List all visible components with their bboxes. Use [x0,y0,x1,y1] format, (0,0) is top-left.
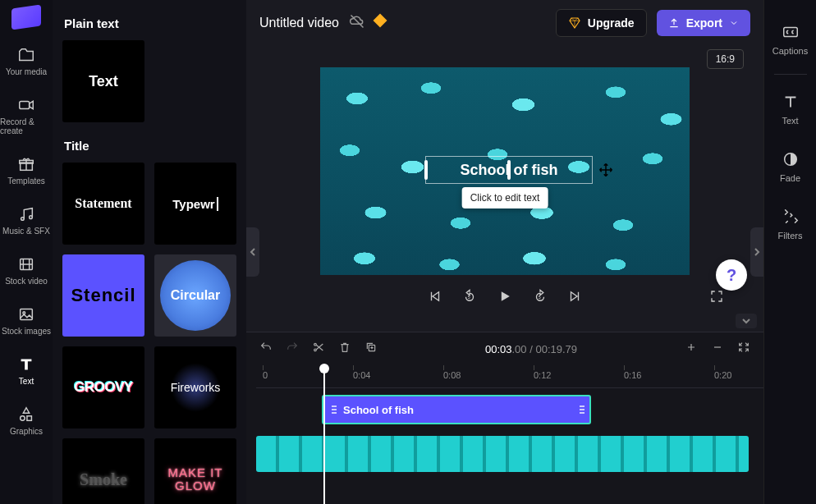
help-button[interactable]: ? [716,259,747,291]
svg-point-8 [21,416,25,420]
collapse-library-button[interactable] [246,227,259,277]
ruler-tick: 0:20 [714,370,731,380]
nav-stock-video[interactable]: Stock video [0,247,53,294]
nav-record-create[interactable]: Record & create [0,88,53,144]
zoom-out-button[interactable] [711,341,724,357]
clip-label: School of fish [343,404,414,416]
thumb-statement[interactable]: Statement [62,163,144,245]
aspect-ratio-button[interactable]: 16:9 [707,49,744,69]
nav-your-media[interactable]: Your media [0,38,53,85]
fullscreen-button[interactable] [709,289,724,307]
timeline-ruler[interactable]: 0 0:04 0:08 0:12 0:16 0:20 [256,365,763,388]
split-button[interactable] [312,341,325,357]
film-icon [17,255,35,273]
delete-button[interactable] [338,341,351,357]
text-icon [782,93,800,111]
thumb-circular[interactable]: Circular [154,254,236,337]
ruler-tick: 0:04 [353,370,370,380]
nav-templates[interactable]: Templates [0,147,53,194]
svg-rect-6 [21,309,33,320]
timeline: 00:03.00 / 00:19.79 0 0:04 0:08 0:12 0:1… [246,332,763,504]
resize-handle-right[interactable] [507,160,511,180]
nav-text[interactable]: Text [0,347,53,394]
text-icon [17,355,35,373]
nav-music-sfx[interactable]: Music & SFX [0,197,53,244]
timeline-timecode: 00:03.00 / 00:19.79 [392,343,670,355]
svg-text:5: 5 [468,295,470,300]
chevron-down-icon [729,18,739,28]
duplicate-button[interactable] [364,341,378,357]
thumb-groovy[interactable]: GROOVY [62,346,144,428]
move-handle[interactable] [597,161,615,179]
nav-label: Templates [7,176,45,186]
nav-label: Music & SFX [2,227,50,236]
redo-button[interactable] [286,341,299,357]
svg-point-3 [21,218,25,221]
nav-label: Record & create [0,117,53,135]
nav-label: Your media [6,67,47,76]
folder-icon [17,46,35,64]
music-icon [17,205,35,223]
text-clip[interactable]: School of fish [322,395,591,424]
text-overlay-selection[interactable]: School of fish [425,156,593,184]
upgrade-button[interactable]: Upgrade [556,9,647,37]
svg-point-13 [314,349,317,351]
diamond-icon [568,16,581,30]
skip-start-button[interactable] [428,289,442,307]
upload-icon [668,17,680,29]
playhead[interactable] [323,365,325,504]
svg-point-12 [314,343,317,346]
clip-handle-left[interactable] [332,405,337,414]
nav-label: Stock video [5,277,48,286]
ruler-tick: 0 [263,370,268,380]
nav-label: Stock images [2,327,51,336]
play-button[interactable] [497,288,513,308]
video-canvas[interactable]: School of fish Click to edit text [320,67,690,275]
nav-label: Graphics [10,427,43,436]
fit-timeline-button[interactable] [737,341,750,357]
svg-point-4 [30,216,33,219]
edit-text-tooltip: Click to edit text [462,187,548,208]
app-logo [11,4,41,30]
rpanel-captions[interactable]: Captions [764,13,817,66]
video-clip[interactable] [256,436,749,472]
thumb-smoke[interactable]: Smoke [62,438,144,504]
export-button[interactable]: Export [657,10,750,36]
cloud-sync-off-icon[interactable] [349,13,365,33]
playback-controls: 5 5 [266,275,744,316]
resize-handle-left[interactable] [424,160,428,180]
video-track [256,436,754,469]
forward-5-button[interactable]: 5 [533,289,548,307]
skip-end-button[interactable] [567,289,582,307]
rpanel-fade[interactable]: Fade [764,140,817,193]
ruler-tick: 0:12 [534,370,551,380]
undo-button[interactable] [259,341,273,357]
thumb-plain-text[interactable]: Text [62,40,144,122]
section-title-title: Title [64,139,235,153]
image-icon [17,305,35,323]
thumb-stencil[interactable]: Stencil [62,254,144,337]
premium-diamond-icon [373,14,387,28]
ruler-tick: 0:16 [624,370,641,380]
thumb-fireworks[interactable]: Fireworks [154,346,236,428]
camera-icon [17,96,35,114]
left-nav: Your media Record & create Templates Mus… [0,0,53,504]
rpanel-text[interactable]: Text [764,83,817,135]
shapes-icon [17,405,35,424]
nav-stock-images[interactable]: Stock images [0,297,53,344]
collapse-preview-button[interactable] [736,314,757,328]
rpanel-filters[interactable]: Filters [764,198,817,250]
thumb-make-it-glow[interactable]: MAKE IT GLOW [154,438,236,504]
clip-handle-right[interactable] [580,405,584,414]
library-panel: Plain text Text Title Statement Typewr S… [53,0,246,504]
gift-icon [17,155,35,173]
fade-icon [782,150,800,168]
collapse-properties-button[interactable] [750,227,763,277]
thumb-typewriter[interactable]: Typewr [154,163,236,245]
ruler-tick: 0:08 [443,370,461,380]
project-title[interactable]: Untitled video [259,16,339,30]
nav-graphics[interactable]: Graphics [0,397,53,444]
zoom-in-button[interactable] [685,341,698,357]
rewind-5-button[interactable]: 5 [462,289,477,307]
svg-rect-15 [783,28,797,37]
